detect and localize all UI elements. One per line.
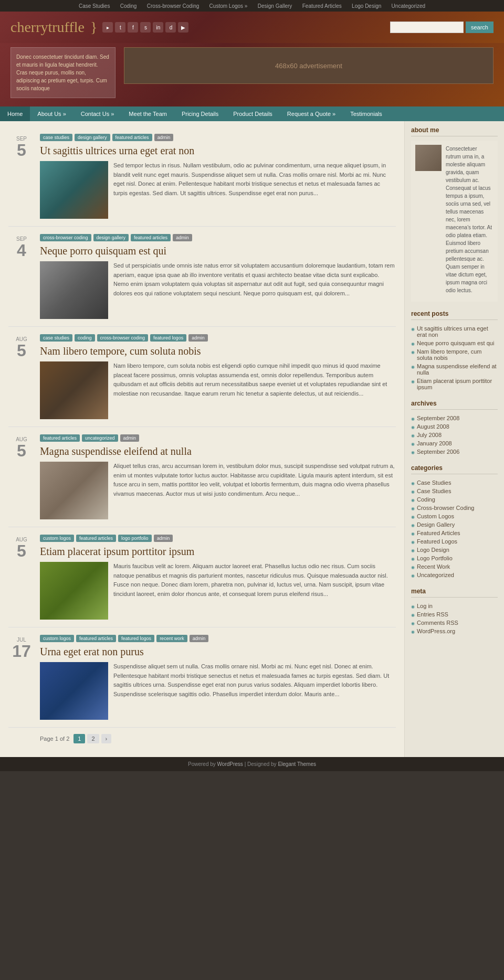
topnav-logo-design[interactable]: Logo Design (352, 3, 381, 9)
pagination-label: Page 1 of 2 (40, 736, 69, 742)
cat-custom[interactable]: Custom Logos (417, 513, 454, 519)
meta-entries-rss[interactable]: Entries RSS (417, 611, 448, 617)
nav-product[interactable]: Product Details (226, 106, 280, 121)
footer-wordpress-link[interactable]: WordPress (217, 761, 243, 767)
list-item: Cross-browser Coding (411, 504, 498, 512)
cat-logo-design[interactable]: Logo Design (417, 547, 449, 553)
tag-design-gallery-2[interactable]: design gallery (93, 234, 129, 241)
tag-admin-3[interactable]: admin (188, 334, 208, 342)
tag-cross-3[interactable]: cross-browser coding (97, 334, 149, 342)
list-item: September 2006 (411, 448, 498, 456)
nav-pricing[interactable]: Pricing Details (174, 106, 226, 121)
pagination-page-2[interactable]: 2 (87, 734, 99, 743)
cat-featured-art[interactable]: Featured Articles (417, 530, 460, 536)
nav-home[interactable]: Home (0, 106, 30, 121)
nav-meet-team[interactable]: Meet the Team (121, 106, 174, 121)
search-input[interactable] (390, 22, 464, 33)
topnav-custom-logos[interactable]: Custom Logos » (209, 3, 248, 9)
recent-post-link-1[interactable]: Ut sagittis ultrices urna eget erat non (417, 325, 498, 338)
nav-testimonials[interactable]: Testimonials (343, 106, 390, 121)
tag-case-3[interactable]: case studies (40, 334, 72, 342)
search-button[interactable]: search (466, 22, 494, 33)
tag-cross-browser[interactable]: cross-browser coding (40, 234, 91, 241)
facebook-icon[interactable]: f (128, 22, 138, 33)
tag-featured-logos-6[interactable]: featured logos (118, 635, 154, 642)
nav-contact[interactable]: Contact Us » (74, 106, 122, 121)
archive-link-aug08[interactable]: August 2008 (417, 423, 449, 430)
archive-link-sep08[interactable]: September 2008 (417, 415, 459, 421)
post-title-6[interactable]: Urna eget erat non purus (40, 645, 396, 658)
cat-uncategorized[interactable]: Uncategorized (417, 572, 454, 578)
post-title-4[interactable]: Magna suspendisse eleifend at nulla (40, 445, 396, 457)
topnav-featured-articles[interactable]: Featured Articles (302, 3, 342, 9)
archive-link-sep06[interactable]: September 2006 (417, 449, 459, 455)
tag-featured-articles[interactable]: featured articles (112, 134, 152, 141)
recent-post-link-5[interactable]: Etiam placerat ipsum porttitor ipsum (417, 378, 498, 390)
tag-featured-art-6[interactable]: featured articles (76, 635, 116, 642)
rss-icon[interactable]: ▸ (102, 22, 113, 33)
tag-recent-6[interactable]: recent work (156, 635, 187, 642)
tag-case-studies[interactable]: case studies (40, 134, 72, 141)
post-4: AUG 5 featured articles uncategorized ad… (8, 427, 396, 527)
post-title-3[interactable]: Nam libero tempore, cum soluta nobis (40, 345, 396, 357)
list-item: Featured Logos (411, 537, 498, 546)
meta-comments-rss[interactable]: Comments RSS (417, 620, 458, 626)
tag-coding-3[interactable]: coding (75, 334, 95, 342)
recent-post-link-2[interactable]: Neque porro quisquam est qui (417, 340, 494, 346)
cat-coding[interactable]: Coding (417, 496, 435, 503)
tag-admin[interactable]: admin (154, 134, 174, 141)
tag-featured-5[interactable]: featured articles (76, 535, 116, 542)
archive-link-jan08[interactable]: January 2008 (417, 440, 452, 446)
topnav-design-gallery[interactable]: Design Gallery (258, 3, 292, 9)
cat-case-2[interactable]: Case Studies (417, 488, 451, 494)
tag-admin-6[interactable]: admin (190, 635, 209, 642)
cat-case-1[interactable]: Case Studies (417, 480, 451, 486)
recent-post-link-4[interactable]: Magna suspendisse eleifend at nulla (417, 363, 498, 376)
nav-about[interactable]: About Us » (30, 106, 73, 121)
cat-logo-portfolio[interactable]: Logo Portfolio (417, 555, 453, 561)
digg-icon[interactable]: d (165, 22, 176, 33)
nav-quote[interactable]: Request a Quote » (280, 106, 343, 121)
tag-custom-5[interactable]: custom logos (40, 535, 74, 542)
topnav-cross-browser[interactable]: Cross-browser Coding (147, 3, 199, 9)
topnav-uncategorized[interactable]: Uncategorized (392, 3, 425, 9)
tag-featured-2[interactable]: featured articles (131, 234, 171, 241)
topnav-coding[interactable]: Coding (120, 3, 137, 9)
pagination-page-1[interactable]: 1 (74, 734, 85, 743)
tag-design-gallery[interactable]: design gallery (75, 134, 110, 141)
twitter-icon[interactable]: t (115, 22, 125, 33)
topnav-case-studies[interactable]: Case Studies (79, 3, 110, 9)
archive-link-jul08[interactable]: July 2008 (417, 432, 442, 438)
tag-custom-6[interactable]: custom logos (40, 635, 74, 642)
meta-login[interactable]: Log in (417, 603, 433, 609)
cat-recent-work[interactable]: Recent Work (417, 563, 450, 570)
tag-featured-logos-3[interactable]: featured logos (150, 334, 186, 342)
post-date-4: AUG 5 (8, 434, 35, 519)
youtube-icon[interactable]: ▶ (178, 22, 188, 33)
post-title-2[interactable]: Neque porro quisquam est qui (40, 244, 396, 257)
recent-post-link-3[interactable]: Nam libero tempore, cum soluta nobis (417, 348, 498, 361)
tag-admin-5[interactable]: admin (154, 535, 173, 542)
cat-cross[interactable]: Cross-browser Coding (417, 505, 474, 511)
footer-elegant-themes-link[interactable]: Elegant Themes (278, 761, 316, 767)
linkedin-icon[interactable]: in (153, 22, 163, 33)
post-title-1[interactable]: Ut sagittis ultrices urna eget erat non (40, 144, 396, 157)
cat-featured-logos[interactable]: Featured Logos (417, 538, 457, 545)
meta-wordpress[interactable]: WordPress.org (417, 628, 455, 634)
list-item: July 2008 (411, 431, 498, 439)
sidebar-categories: categories Case Studies Case Studies Cod… (411, 464, 498, 579)
cat-design[interactable]: Design Gallery (417, 521, 455, 528)
tag-featured-4[interactable]: featured articles (40, 434, 80, 442)
list-item: Log in (411, 602, 498, 610)
post-content-3: Nam libero tempore, cum soluta nobis est… (40, 361, 396, 419)
list-item: Neque porro quisquam est qui (411, 339, 498, 347)
tag-admin-2[interactable]: admin (173, 234, 192, 241)
tag-admin-4[interactable]: admin (120, 434, 140, 442)
stumble-icon[interactable]: s (140, 22, 151, 33)
tag-logo-5[interactable]: logo portfolio (118, 535, 152, 542)
post-title-5[interactable]: Etiam placerat ipsum porttitor ipsum (40, 545, 396, 558)
avatar (415, 145, 442, 171)
search-area: search (390, 22, 494, 33)
pagination-next[interactable]: › (101, 734, 112, 743)
tag-uncategorized-4[interactable]: uncategorized (82, 434, 118, 442)
